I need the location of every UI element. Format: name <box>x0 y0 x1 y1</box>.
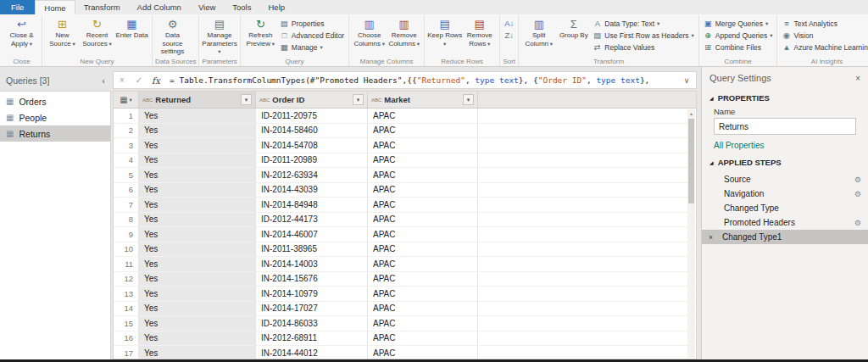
step-settings-gear-icon[interactable]: ⚙ <box>854 190 861 198</box>
scroll-up-icon[interactable]: ▲ <box>687 109 695 118</box>
table-cell[interactable]: Yes <box>139 109 256 123</box>
table-cell[interactable]: IN-2014-84948 <box>256 198 368 212</box>
table-cell[interactable]: Yes <box>139 331 256 346</box>
table-cell[interactable]: IN-2014-15676 <box>256 272 368 287</box>
remove-columns-button[interactable]: ▥Remove Columns ▾ <box>387 16 421 55</box>
table-cell[interactable]: APAC <box>368 257 478 271</box>
table-cell[interactable]: APAC <box>368 183 478 198</box>
combine-files-button[interactable]: ⊞Combine Files <box>704 42 773 52</box>
recent-sources-button[interactable]: ↻Recent Sources ▾ <box>80 16 114 55</box>
table-cell[interactable]: Yes <box>139 124 256 138</box>
applied-steps-section-header[interactable]: ◢ APPLIED STEPS <box>702 153 868 170</box>
tab-view[interactable]: View <box>190 0 224 14</box>
applied-step-navigation[interactable]: Navigation⚙ <box>702 187 868 201</box>
table-cell[interactable]: Yes <box>139 168 256 182</box>
split-column-button[interactable]: ▥Split Column ▾ <box>521 16 556 55</box>
advanced-editor-button[interactable]: □Advanced Editor <box>280 31 344 40</box>
vertical-scrollbar[interactable]: ▲ <box>687 109 695 358</box>
filter-dropdown-icon[interactable]: ▾ <box>353 94 364 105</box>
table-cell[interactable]: Yes <box>139 272 256 287</box>
text-analytics-button[interactable]: ≡Text Analytics <box>782 19 868 28</box>
table-cell[interactable]: APAC <box>368 316 478 331</box>
row-number[interactable]: 10 <box>114 242 139 257</box>
group-by-button[interactable]: ΣGroup By <box>556 16 591 55</box>
query-item-orders[interactable]: ▦Orders <box>0 93 110 109</box>
all-properties-link[interactable]: All Properties <box>702 135 868 153</box>
remove-rows-button[interactable]: ▤Remove Rows ▾ <box>462 16 497 55</box>
table-cell[interactable]: APAC <box>368 272 478 287</box>
table-cell[interactable]: Yes <box>139 183 256 198</box>
file-tab[interactable]: File <box>0 0 35 14</box>
table-cell[interactable]: APAC <box>368 138 478 153</box>
properties-button[interactable]: ▤Properties <box>280 19 344 28</box>
table-cell[interactable]: Yes <box>139 346 256 359</box>
filter-dropdown-icon[interactable]: ▾ <box>241 94 252 105</box>
table-cell[interactable]: ID-2011-20975 <box>256 109 368 123</box>
table-corner-button[interactable]: ▦▾ <box>114 92 139 108</box>
row-number[interactable]: 11 <box>114 257 139 271</box>
table-cell[interactable]: IN-2011-38965 <box>256 242 368 257</box>
tab-tools[interactable]: Tools <box>224 0 259 14</box>
refresh-preview-button[interactable]: ↻Refresh Preview ▾ <box>243 16 278 55</box>
table-cell[interactable]: IN-2014-17027 <box>256 302 368 316</box>
table-cell[interactable]: IN-2014-54708 <box>256 138 368 153</box>
table-cell[interactable]: IN-2014-46007 <box>256 227 368 242</box>
query-item-people[interactable]: ▦People <box>0 109 110 125</box>
row-number[interactable]: 6 <box>114 183 139 198</box>
table-cell[interactable]: IN-2014-14003 <box>256 257 368 271</box>
table-cell[interactable]: ID-2011-20989 <box>256 153 368 168</box>
applied-step-promoted-headers[interactable]: Promoted Headers⚙ <box>702 215 868 230</box>
applied-step-source[interactable]: Source⚙ <box>702 172 868 187</box>
query-name-input[interactable] <box>714 118 856 135</box>
filter-dropdown-icon[interactable]: ▾ <box>463 94 474 105</box>
table-cell[interactable]: APAC <box>368 346 478 359</box>
enter-data-button[interactable]: ▦Enter Data <box>114 16 149 55</box>
row-number[interactable]: 4 <box>114 153 139 168</box>
table-cell[interactable]: ID-2012-44173 <box>256 213 368 227</box>
table-cell[interactable]: APAC <box>368 124 478 138</box>
query-item-returns[interactable]: ▦Returns <box>0 125 110 142</box>
table-cell[interactable]: Yes <box>139 287 256 301</box>
close-settings-icon[interactable]: × <box>855 74 860 83</box>
row-number[interactable]: 2 <box>114 124 139 138</box>
azure-machine-learning-button[interactable]: ▲Azure Machine Learning <box>782 42 868 52</box>
sort-descending-button[interactable]: Z↓ <box>504 31 514 40</box>
close-and-apply-button[interactable]: ↩Close & Apply ▾ <box>4 16 39 55</box>
merge-queries-button[interactable]: ▣Merge Queries▾ <box>704 19 773 28</box>
table-cell[interactable]: IN-2014-43039 <box>256 183 368 198</box>
properties-section-header[interactable]: ◢ PROPERTIES <box>702 89 868 105</box>
tab-home[interactable]: Home <box>35 0 75 14</box>
applied-step-changed-type[interactable]: Changed Type <box>702 201 868 215</box>
commit-formula-icon[interactable]: ✓ <box>131 75 147 85</box>
choose-columns-button[interactable]: ▥Choose Columns ▾ <box>352 16 387 55</box>
table-cell[interactable]: APAC <box>368 302 478 316</box>
table-cell[interactable]: APAC <box>368 227 478 242</box>
table-cell[interactable]: IN-2012-63934 <box>256 168 368 182</box>
table-cell[interactable]: Yes <box>139 316 256 331</box>
table-cell[interactable]: APAC <box>368 109 478 123</box>
row-number[interactable]: 16 <box>114 331 139 346</box>
column-header-order-id[interactable]: ABCOrder ID▾ <box>256 92 368 108</box>
table-cell[interactable]: ID-2014-86033 <box>256 316 368 331</box>
table-cell[interactable]: APAC <box>368 168 478 182</box>
row-number[interactable]: 3 <box>114 138 139 153</box>
step-settings-gear-icon[interactable]: ⚙ <box>854 175 861 184</box>
row-number[interactable]: 14 <box>114 302 139 316</box>
manage-button[interactable]: ▦Manage▾ <box>280 42 344 52</box>
formula-input[interactable]: = Table.TransformColumnTypes(#"Promoted … <box>164 75 677 85</box>
cancel-formula-icon[interactable]: × <box>114 75 131 85</box>
applied-step-changed-type1[interactable]: ×Changed Type1 <box>702 230 868 244</box>
new-source-button[interactable]: ⊞New Source ▾ <box>45 16 80 55</box>
table-cell[interactable]: Yes <box>139 302 256 316</box>
tab-help[interactable]: Help <box>259 0 293 14</box>
column-header-returned[interactable]: ABCReturned▾ <box>139 92 256 108</box>
table-cell[interactable]: Yes <box>139 138 256 153</box>
append-queries-button[interactable]: ⊕Append Queries▾ <box>704 31 773 40</box>
replace-values-button[interactable]: ⇄Replace Values <box>593 42 693 52</box>
row-number[interactable]: 12 <box>114 272 139 287</box>
table-cell[interactable]: Yes <box>139 153 256 168</box>
row-number[interactable]: 7 <box>114 198 139 212</box>
table-cell[interactable]: Yes <box>139 198 256 212</box>
data-source-settings-button[interactable]: ⚙Data source settings <box>155 16 190 56</box>
table-cell[interactable]: APAC <box>368 198 478 212</box>
